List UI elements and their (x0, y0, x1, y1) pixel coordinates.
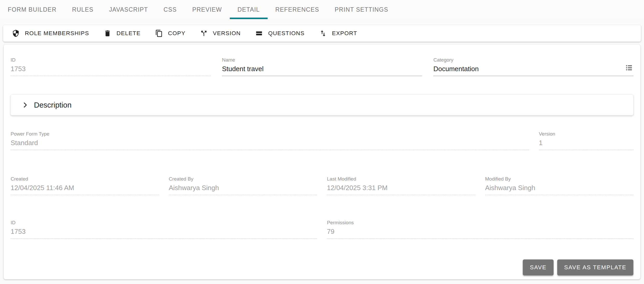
field-label: Power Form Type (11, 131, 529, 137)
field-value: 12/04/2025 3:31 PM (327, 184, 475, 192)
action-button-row: SAVE SAVE AS TEMPLATE (11, 259, 633, 275)
form-detail-card: ID 1753 Name Category Documentation (4, 44, 640, 279)
field-name[interactable]: Name (222, 57, 422, 76)
field-value: 12/04/2025 11:46 AM (11, 184, 159, 192)
toolbar-button-label: VERSION (213, 30, 241, 37)
toolbar-button-label: COPY (168, 30, 185, 37)
tab-preview[interactable]: PREVIEW (184, 0, 230, 19)
field-label: Created (11, 176, 159, 182)
shield-checkered-icon (12, 29, 20, 37)
version-button[interactable]: VERSION (193, 25, 248, 42)
fields-row-audit: Created 12/04/2025 11:46 AM Created By A… (11, 176, 633, 195)
fields-row-footer: ID 1753 Permissions 79 (11, 220, 633, 239)
tab-label: FORM BUILDER (8, 6, 56, 13)
fields-row-top: ID 1753 Name Category Documentation (11, 57, 633, 76)
branch-split-icon (200, 29, 208, 37)
tab-detail[interactable]: DETAIL (230, 0, 268, 19)
save-as-template-button[interactable]: SAVE AS TEMPLATE (557, 259, 633, 275)
toolbar-button-label: DELETE (117, 30, 141, 37)
field-label: Category (433, 57, 622, 63)
field-label: ID (11, 220, 317, 226)
field-created: Created 12/04/2025 11:46 AM (11, 176, 159, 195)
field-label: Created By (169, 176, 317, 182)
tab-form-builder[interactable]: FORM BUILDER (0, 0, 64, 19)
fields-row-type: Power Form Type Standard Version 1 (11, 131, 633, 150)
tab-label: REFERENCES (275, 6, 319, 13)
field-label: Modified By (485, 176, 634, 182)
field-value: Standard (11, 139, 529, 147)
field-label: Version (539, 131, 633, 137)
field-power-form-type: Power Form Type Standard (11, 131, 529, 150)
stacked-rows-icon (255, 29, 263, 37)
field-version: Version 1 (539, 131, 633, 150)
name-input[interactable] (222, 65, 422, 73)
tab-javascript[interactable]: JAVASCRIPT (101, 0, 156, 19)
copy-icon (155, 29, 163, 37)
field-category[interactable]: Category Documentation (433, 57, 633, 76)
role-memberships-button[interactable]: ROLE MEMBERSHIPS (5, 25, 96, 42)
field-value: Aishwarya Singh (169, 184, 317, 192)
import-export-icon (319, 29, 327, 37)
questions-button[interactable]: QUESTIONS (248, 25, 312, 42)
tab-label: JAVASCRIPT (109, 6, 148, 13)
field-label: ID (11, 57, 211, 63)
field-value: Aishwarya Singh (485, 184, 634, 192)
top-tab-bar: FORM BUILDER RULES JAVASCRIPT CSS PREVIE… (0, 0, 644, 19)
tab-label: PREVIEW (192, 6, 222, 13)
field-last-modified: Last Modified 12/04/2025 3:31 PM (327, 176, 475, 195)
field-permissions: Permissions 79 (327, 220, 633, 239)
tab-css[interactable]: CSS (156, 0, 184, 19)
field-label: Name (222, 57, 422, 63)
field-id: ID 1753 (11, 57, 211, 76)
trash-icon (104, 29, 111, 37)
field-created-by: Created By Aishwarya Singh (169, 176, 317, 195)
delete-button[interactable]: DELETE (96, 25, 148, 42)
tab-label: CSS (163, 6, 177, 13)
field-value: 1753 (11, 65, 211, 73)
toolbar-button-label: ROLE MEMBERSHIPS (25, 30, 89, 37)
save-button[interactable]: SAVE (523, 259, 553, 275)
field-value: Documentation (433, 65, 622, 73)
chevron-right-icon (22, 101, 29, 109)
tab-print-settings[interactable]: PRINT SETTINGS (327, 0, 396, 19)
tab-rules[interactable]: RULES (64, 0, 101, 19)
field-label: Permissions (327, 220, 633, 226)
field-value: 1753 (11, 228, 317, 235)
description-panel-title: Description (34, 101, 71, 109)
tab-label: RULES (72, 6, 94, 13)
detail-toolbar: ROLE MEMBERSHIPS DELETE COPY VERSION QUE… (3, 25, 641, 42)
field-label: Last Modified (327, 176, 475, 182)
field-value: 79 (327, 228, 633, 235)
copy-button[interactable]: COPY (148, 25, 193, 42)
list-picker-icon[interactable] (625, 63, 633, 73)
field-value: 1 (539, 139, 633, 147)
field-modified-by: Modified By Aishwarya Singh (485, 176, 634, 195)
active-tab-indicator (230, 18, 268, 19)
tab-label: DETAIL (238, 6, 260, 13)
tab-references[interactable]: REFERENCES (268, 0, 327, 19)
export-button[interactable]: EXPORT (312, 25, 364, 42)
field-id-footer: ID 1753 (11, 220, 317, 239)
description-expansion-panel[interactable]: Description (11, 95, 633, 115)
tab-label: PRINT SETTINGS (335, 6, 388, 13)
toolbar-button-label: EXPORT (332, 30, 357, 37)
toolbar-button-label: QUESTIONS (268, 30, 304, 37)
